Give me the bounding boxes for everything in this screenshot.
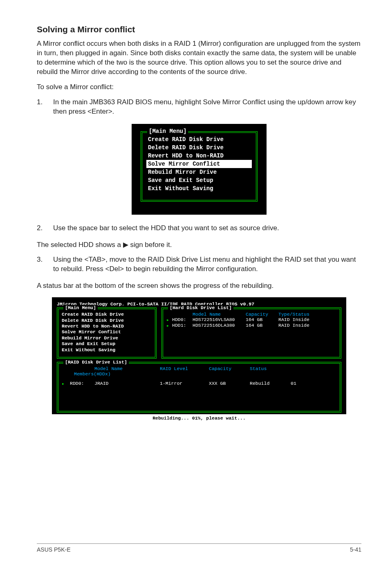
menu-item-solve-mirror[interactable]: Solve Mirror Conflict — [146, 160, 252, 168]
hdd-row-1[interactable]: ▸ HDD1: HDS722516DLA380 164 GB RAID Insi… — [166, 323, 336, 328]
main-item-save[interactable]: Save and Exit Setup — [62, 341, 152, 347]
bios-controller-screen: JMicron Technology Corp. PCI-to-SATA II/… — [52, 297, 346, 422]
triangle-icon: ▶ — [123, 240, 128, 250]
hdd-hdr-model: Model Name — [193, 312, 246, 317]
hdd1-capacity: 164 GB — [246, 323, 278, 328]
step-2-pre: The selected HDD shows a — [37, 241, 123, 249]
menu-item-rebuild-mirror[interactable]: Rebuild Mirror Drive — [146, 168, 252, 176]
intro-paragraph: A Mirror conflict occurs when both disks… — [37, 39, 361, 77]
hdd0-type: RAID Inside — [278, 317, 309, 323]
rdd0-name: JRAID — [94, 381, 160, 386]
menu-item-exit-no-save[interactable]: Exit Without Saving — [146, 184, 252, 193]
step-2-text-b: The selected HDD shows a ▶ sign before i… — [37, 240, 361, 250]
step-1: 1. In the main JMB363 RAID BIOS menu, hi… — [37, 98, 361, 117]
step-3: 3. Using the <TAB>, move to the RAID Dis… — [37, 255, 361, 274]
main-item-revert[interactable]: Revert HDD to Non-RAID — [62, 323, 152, 329]
step-1-number: 1. — [37, 98, 53, 107]
triangle-icon: ▸ — [166, 317, 172, 323]
hdd0-capacity: 164 GB — [246, 317, 278, 323]
menu-item-revert-hdd[interactable]: Revert HDD to Non-RAID — [146, 152, 252, 160]
section-title: Solving a Mirror conflict — [37, 25, 361, 34]
bios-small-title: [Main Menu] — [147, 128, 188, 135]
panel-main-menu: [Main Menu] Create RAID Disk Drive Delet… — [57, 307, 157, 359]
triangle-icon: ▸ — [166, 323, 172, 328]
hdd-row-0[interactable]: ▸ HDD0: HDS722516VLSA80 164 GB RAID Insi… — [166, 317, 336, 323]
main-item-exit[interactable]: Exit Without Saving — [62, 347, 152, 353]
rdd0-level: 1-Mirror — [160, 381, 209, 386]
raid-hdr-level: RAID Level — [160, 366, 209, 371]
hdd-hdr-type: Type/Status — [278, 312, 309, 317]
rdd0-id: RDD0: — [70, 381, 94, 386]
panel-hdd-list: [Hard Disk Drive List] Model Name Capaci… — [161, 307, 341, 359]
step-2-post: sign before it. — [128, 241, 172, 249]
raid-members-label: Members(HDDx) — [74, 371, 336, 377]
hdd-hdr-capacity: Capacity — [246, 312, 278, 317]
step-1-text: In the main JMB363 RAID BIOS menu, highl… — [53, 98, 361, 117]
step-2: 2. Use the space bar to select the HDD t… — [37, 224, 361, 233]
panel-raid-list: [RAID Disk Drive List] Model Name RAID L… — [57, 362, 341, 413]
rdd0-status: Rebuild — [250, 381, 291, 386]
page-footer: ASUS P5K-E 5-41 — [37, 543, 361, 553]
panel-main-title: [Main Menu] — [63, 305, 98, 310]
hdd1-type: RAID Inside — [278, 323, 309, 328]
raid-row-0[interactable]: ▸ RDD0: JRAID 1-Mirror XXX GB Rebuild 01 — [62, 381, 336, 386]
main-item-solve[interactable]: Solve Mirror Conflict — [62, 329, 152, 335]
main-item-rebuild[interactable]: Rebuild Mirror Drive — [62, 335, 152, 341]
menu-item-save-exit[interactable]: Save and Exit Setup — [146, 176, 252, 184]
step-2-text-a: Use the space bar to select the HDD that… — [53, 224, 279, 232]
step-3-text: Using the <TAB>, move to the RAID Disk D… — [53, 255, 361, 274]
bios-main-menu-small: [Main Menu] Create RAID Disk Drive Delet… — [132, 124, 267, 215]
step-2-number: 2. — [37, 224, 53, 233]
main-item-create[interactable]: Create RAID Disk Drive — [62, 312, 152, 317]
footer-left: ASUS P5K-E — [37, 546, 70, 553]
raid-hdr-status: Status — [250, 366, 267, 371]
triangle-icon: ▸ — [62, 381, 70, 386]
step-3-follow: A status bar at the bottom of the screen… — [37, 281, 361, 291]
hdd1-model: HDS722516DLA380 — [193, 323, 246, 328]
raid-hdr-model: Model Name — [94, 366, 160, 371]
rdd0-capacity: XXX GB — [209, 381, 250, 386]
lead-line: To solve a Mirror conflict: — [37, 83, 361, 92]
menu-item-create-raid[interactable]: Create RAID Disk Drive — [146, 135, 252, 144]
panel-raid-title: [RAID Disk Drive List] — [63, 359, 129, 365]
raid-hdr-capacity: Capacity — [209, 366, 250, 371]
step-3-number: 3. — [37, 255, 53, 265]
panel-hdd-title: [Hard Disk Drive List] — [168, 305, 233, 310]
hdd0-model: HDS722516VLSA80 — [193, 317, 246, 323]
footer-right: 5-41 — [350, 546, 361, 553]
rdd0-members: 01 — [291, 381, 296, 386]
rebuild-status-bar: Rebuilding... 01%, please wait... — [52, 414, 346, 422]
hdd0-id: HDD0: — [172, 317, 193, 323]
main-item-delete[interactable]: Delete RAID Disk Drive — [62, 318, 152, 323]
menu-item-delete-raid[interactable]: Delete RAID Disk Drive — [146, 144, 252, 152]
hdd1-id: HDD1: — [172, 323, 193, 328]
